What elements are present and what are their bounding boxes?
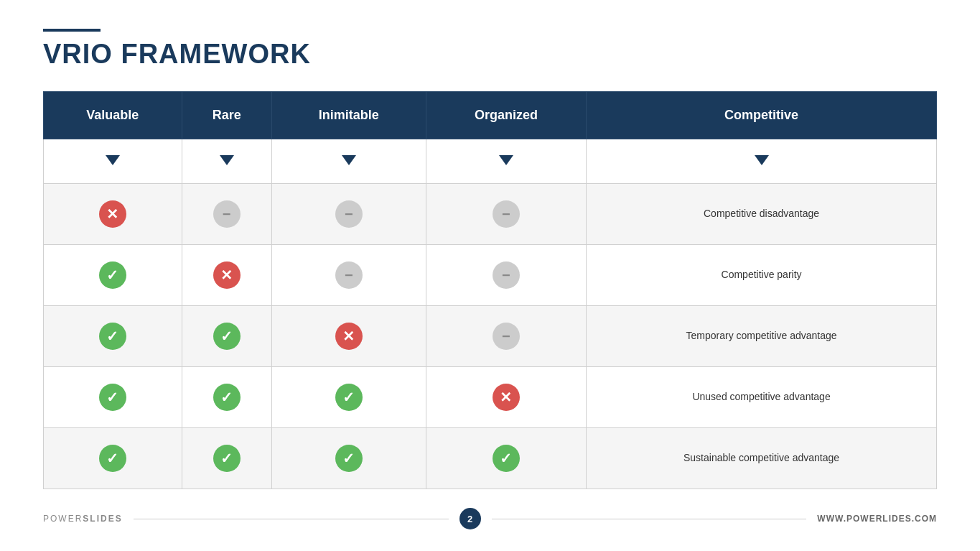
title-bar	[43, 29, 101, 32]
outcome-cell: Competitive disadvantage	[587, 184, 937, 245]
check-icon: ✓	[213, 323, 241, 350]
neutral-icon: −	[335, 200, 363, 228]
arrow-down-icon-2	[220, 155, 234, 165]
cell-valuable: ✓	[44, 367, 182, 428]
cell-organized: −	[426, 245, 586, 306]
cell-rare: ✕	[182, 245, 271, 306]
cross-icon: ✕	[213, 261, 241, 289]
check-icon: ✓	[99, 445, 126, 472]
cell-organized: −	[426, 306, 586, 367]
cell-rare: ✓	[182, 306, 271, 367]
title-framework: FRAMEWORK	[113, 39, 311, 69]
check-icon: ✓	[99, 261, 126, 289]
neutral-icon: −	[493, 323, 520, 350]
cell-organized: ✓	[426, 428, 586, 489]
check-icon: ✓	[213, 445, 241, 472]
cell-rare: ✓	[182, 367, 271, 428]
footer-line-left	[134, 519, 449, 519]
footer-line-right	[492, 519, 807, 519]
col-header-valuable: Valuable	[44, 92, 182, 139]
neutral-icon: −	[493, 200, 520, 228]
title-vrio: VRIO	[43, 39, 113, 69]
cell-inimitable: ✓	[271, 367, 426, 428]
brand-slides: SLIDES	[83, 514, 122, 524]
cross-icon: ✕	[493, 384, 520, 411]
page-number: 2	[459, 508, 481, 529]
cell-inimitable: −	[271, 245, 426, 306]
cell-inimitable: ✕	[271, 306, 426, 367]
neutral-icon: −	[493, 261, 520, 289]
footer-brand: POWERSLIDES	[43, 514, 123, 524]
check-icon: ✓	[99, 323, 126, 350]
col-header-inimitable: Inimitable	[271, 92, 426, 139]
cell-organized: −	[426, 184, 586, 245]
page-container: VRIO FRAMEWORK Valuable Rare Inimitable …	[0, 0, 980, 551]
col-header-organized: Organized	[426, 92, 586, 139]
arrow-down-icon-1	[106, 155, 120, 165]
table-row: ✓✕−−Competitive parity	[44, 245, 937, 306]
check-icon: ✓	[335, 445, 363, 472]
col-header-competitive: Competitive	[587, 92, 937, 139]
cell-valuable: ✓	[44, 428, 182, 489]
arrow-cell-4	[426, 139, 586, 184]
table-header-row: Valuable Rare Inimitable Organized Compe…	[44, 92, 937, 139]
table-row: ✓✓✓✕Unused competitive advantage	[44, 367, 937, 428]
table-row: ✕−−−Competitive disadvantage	[44, 184, 937, 245]
vrio-table: Valuable Rare Inimitable Organized Compe…	[43, 91, 937, 489]
outcome-cell: Sustainable competitive advantage	[587, 428, 937, 489]
check-icon: ✓	[213, 384, 241, 411]
title-section: VRIO FRAMEWORK	[43, 29, 937, 70]
table-row: ✓✓✓✓Sustainable competitive advantage	[44, 428, 937, 489]
check-icon: ✓	[493, 445, 520, 472]
outcome-cell: Competitive parity	[587, 245, 937, 306]
neutral-icon: −	[335, 261, 363, 289]
page-title: VRIO FRAMEWORK	[43, 39, 937, 70]
cell-rare: −	[182, 184, 271, 245]
cell-rare: ✓	[182, 428, 271, 489]
arrow-down-icon-4	[499, 155, 513, 165]
cell-inimitable: ✓	[271, 428, 426, 489]
cross-icon: ✕	[99, 200, 126, 228]
cell-valuable: ✓	[44, 306, 182, 367]
brand-power: POWER	[43, 514, 83, 524]
arrow-cell-3	[271, 139, 426, 184]
col-header-rare: Rare	[182, 92, 271, 139]
cell-organized: ✕	[426, 367, 586, 428]
cross-icon: ✕	[335, 323, 363, 350]
arrow-down-icon-5	[755, 155, 769, 165]
arrow-down-icon-3	[342, 155, 356, 165]
arrow-cell-2	[182, 139, 271, 184]
cell-inimitable: −	[271, 184, 426, 245]
neutral-icon: −	[213, 200, 241, 228]
arrow-row	[44, 139, 937, 184]
table-row: ✓✓✕−Temporary competitive advantage	[44, 306, 937, 367]
cell-valuable: ✕	[44, 184, 182, 245]
footer: POWERSLIDES 2 WWW.POWERLIDES.COM	[43, 502, 937, 529]
cell-valuable: ✓	[44, 245, 182, 306]
outcome-cell: Temporary competitive advantage	[587, 306, 937, 367]
footer-website: WWW.POWERLIDES.COM	[817, 514, 937, 524]
check-icon: ✓	[99, 384, 126, 411]
arrow-cell-1	[44, 139, 182, 184]
arrow-cell-5	[587, 139, 937, 184]
outcome-cell: Unused competitive advantage	[587, 367, 937, 428]
check-icon: ✓	[335, 384, 363, 411]
